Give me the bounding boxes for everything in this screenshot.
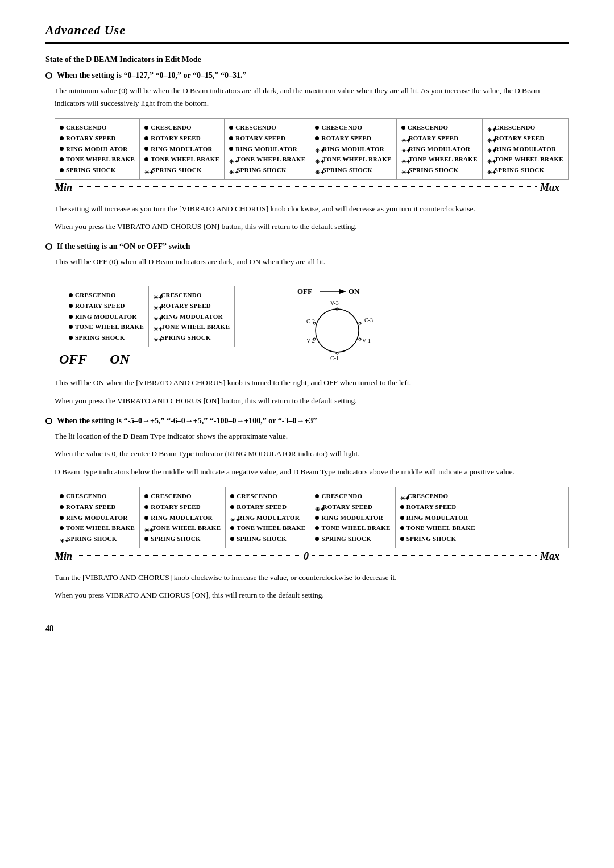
off-on-block: CRESCENDOROTARY SPEEDRING MODULATORTONE …: [55, 277, 235, 366]
ind-row: RING MODULATOR: [144, 144, 219, 155]
indicator-table-3: CRESCENDOROTARY SPEEDRING MODULATORTONE …: [55, 487, 569, 548]
ind-label: SPRING SHOCK: [321, 533, 371, 544]
knob-svg: OFF ON V-3 C-3 V-1: [280, 277, 394, 368]
dots-half-1: [76, 555, 300, 556]
ind-row: CRESCENDO: [401, 122, 478, 133]
sun-icon: ✦: [315, 157, 320, 162]
ind-row: ✦CRESCENDO: [400, 491, 475, 502]
ind-label: RING MODULATOR: [409, 144, 471, 155]
indicator-cell: CRESCENDOROTARY SPEED✦RING MODULATORTONE…: [226, 487, 310, 547]
dot-icon: [401, 126, 405, 130]
dot-icon: [144, 126, 148, 130]
ind-row: TONE WHEEL BRAKE: [60, 523, 135, 533]
ind-label: SPRING SHOCK: [151, 533, 201, 544]
subsection1-body1: The minimum value (0) will be when the D…: [45, 85, 569, 109]
ind-row: RING MODULATOR: [144, 512, 221, 523]
ind-row: SPRING SHOCK: [315, 533, 390, 544]
ind-label: CRESCENDO: [161, 290, 202, 301]
ind-row: TONE WHEEL BRAKE: [69, 322, 144, 332]
indicator-cell: ✦CRESCENDO✦ROTARY SPEED✦RING MODULATOR✦T…: [149, 286, 234, 346]
dot-icon: [60, 126, 64, 130]
ind-label: CRESCENDO: [408, 491, 449, 502]
ind-label: CRESCENDO: [75, 290, 116, 301]
dot-icon: [144, 147, 148, 151]
sun-icon: ✦: [154, 314, 159, 319]
dot-icon: [69, 293, 73, 297]
ind-row: RING MODULATOR: [60, 144, 135, 155]
ind-label: TONE WHEEL BRAKE: [321, 523, 390, 533]
ind-label: RING MODULATOR: [66, 144, 128, 155]
dot-icon: [60, 147, 64, 151]
bullet-icon-3: [45, 418, 52, 424]
ind-row: ✦CRESCENDO: [154, 290, 230, 301]
ind-label: TONE WHEEL BRAKE: [322, 154, 391, 165]
ind-label: ROTARY SPEED: [235, 133, 285, 144]
ind-row: SPRING SHOCK: [69, 332, 144, 343]
bullet-icon: [45, 72, 52, 79]
dot-icon: [144, 505, 148, 509]
sun-icon: ✦: [154, 303, 159, 308]
dot-icon: [315, 126, 319, 130]
svg-text:C-3: C-3: [364, 317, 373, 323]
ind-label: TONE WHEEL BRAKE: [161, 322, 230, 332]
ind-label: RING MODULATOR: [495, 144, 557, 155]
ind-label: CRESCENDO: [151, 122, 192, 133]
ind-label: RING MODULATOR: [75, 311, 137, 322]
ind-row: ✦RING MODULATOR: [315, 144, 391, 155]
ind-row: ✦ROTARY SPEED: [154, 301, 230, 311]
ind-label: ROTARY SPEED: [321, 133, 371, 144]
dot-icon: [230, 537, 234, 541]
ind-row: ✦TONE WHEEL BRAKE: [154, 322, 230, 332]
subsection2-body1: This will be OFF (0) when all D Beam ind…: [45, 256, 569, 268]
bullet-icon-2: [45, 243, 52, 250]
ind-label: TONE WHEEL BRAKE: [237, 154, 305, 165]
ind-row: ✦TONE WHEEL BRAKE: [401, 154, 478, 165]
ind-row: CRESCENDO: [144, 122, 219, 133]
ind-label: RING MODULATOR: [235, 144, 297, 155]
indicator-cell: CRESCENDOROTARY SPEEDRING MODULATOR✦TONE…: [140, 487, 226, 547]
dot-icon: [144, 136, 148, 140]
ind-row: ✦TONE WHEEL BRAKE: [487, 154, 563, 165]
indicator-cell: CRESCENDOROTARY SPEEDRING MODULATORTONE …: [55, 119, 140, 178]
ind-row: RING MODULATOR: [69, 311, 144, 322]
subsection1: When the setting is “0–127,” “0–10,” or …: [45, 71, 569, 233]
ind-row: ✦RING MODULATOR: [401, 144, 478, 155]
ind-row: CRESCENDO: [144, 491, 221, 502]
ind-row: ✦SPRING SHOCK: [401, 165, 478, 176]
dot-icon: [400, 537, 404, 541]
off-on-section: CRESCENDOROTARY SPEEDRING MODULATORTONE …: [55, 277, 569, 368]
indicator-cell: CRESCENDO✦ROTARY SPEEDRING MODULATORTONE…: [310, 487, 395, 547]
ind-label: ROTARY SPEED: [161, 301, 211, 311]
ind-row: ✦TONE WHEEL BRAKE: [144, 523, 221, 533]
dot-icon: [60, 526, 64, 530]
ind-label: SPRING SHOCK: [406, 533, 457, 544]
ind-label: SPRING SHOCK: [409, 165, 459, 176]
indicator-cell: ✦CRESCENDO✦ROTARY SPEED✦RING MODULATOR✦T…: [483, 119, 568, 178]
sun-icon: ✦: [487, 136, 492, 141]
ind-label: TONE WHEEL BRAKE: [409, 154, 478, 165]
sun-icon: ✦: [144, 168, 150, 173]
subsection3-body3: D Beam Type indicators below the middle …: [45, 466, 569, 478]
min-label-3: Min: [55, 550, 72, 562]
ind-label: ROTARY SPEED: [66, 133, 116, 144]
indicator-cell: CRESCENDO✦ROTARY SPEED✦RING MODULATOR✦TO…: [397, 119, 483, 178]
off-label: OFF: [59, 352, 87, 367]
ind-label: CRESCENDO: [66, 491, 107, 502]
svg-point-12: [336, 352, 338, 354]
ind-label: TONE WHEEL BRAKE: [151, 154, 219, 165]
ind-label: ROTARY SPEED: [66, 502, 116, 512]
ind-row: ✦ROTARY SPEED: [401, 133, 478, 144]
indicator-cell: CRESCENDOROTARY SPEEDRING MODULATORTONE …: [140, 119, 225, 178]
ind-label: TONE WHEEL BRAKE: [75, 322, 144, 332]
ind-label: SPRING SHOCK: [495, 165, 545, 176]
ind-row: RING MODULATOR: [60, 512, 135, 523]
svg-point-8: [359, 322, 361, 324]
dot-icon: [69, 304, 73, 308]
ind-label: SPRING SHOCK: [237, 165, 287, 176]
ind-row: ✦TONE WHEEL BRAKE: [229, 154, 305, 165]
off-on-labels: OFF ON: [55, 352, 235, 367]
ind-row: ROTARY SPEED: [60, 133, 135, 144]
ind-label: ROTARY SPEED: [151, 502, 201, 512]
ind-row: TONE WHEEL BRAKE: [400, 523, 475, 533]
ind-label: RING MODULATOR: [406, 512, 468, 523]
